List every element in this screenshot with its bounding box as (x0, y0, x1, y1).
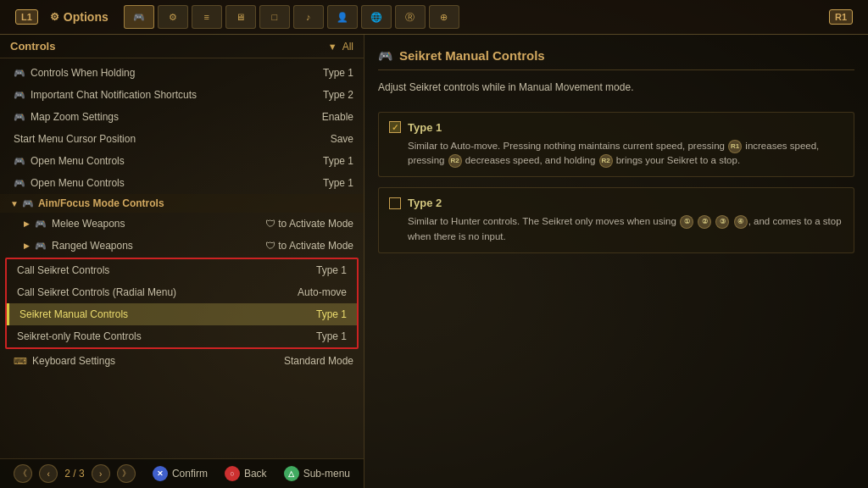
setting-row[interactable]: Start Menu Cursor Position Save (0, 128, 364, 150)
type1-card[interactable]: Type 1 Similar to Auto-move. Pressing no… (378, 112, 854, 178)
tab-9[interactable]: Ⓡ (395, 5, 426, 29)
keyboard-icon: ⌨ (14, 356, 27, 367)
setting-row[interactable]: 🎮 Map Zoom Settings Enable (0, 106, 364, 128)
tab-5[interactable]: □ (259, 5, 290, 29)
page-current: 2 (64, 468, 70, 480)
call-seikret-radial-row[interactable]: Call Seikret Controls (Radial Menu) Auto… (7, 281, 357, 303)
prev-page-btn2[interactable]: ‹ (39, 464, 58, 483)
type1-checkbox[interactable] (389, 121, 401, 133)
setting-value: Type 1 (323, 177, 353, 189)
setting-value: Type 1 (323, 67, 353, 79)
setting-value: Type 1 (316, 264, 347, 276)
setting-label: Call Seikret Controls (17, 264, 109, 276)
submenu-label: Sub-menu (303, 468, 350, 480)
l1-nav-label[interactable]: L1 (10, 5, 43, 29)
setting-value: 🛡 to Activate Mode (265, 240, 353, 252)
page-indicator: 《 ‹ 2 / 3 › 》 (14, 464, 135, 483)
options-title: Options (50, 10, 108, 24)
tab-3[interactable]: ≡ (192, 5, 222, 29)
tab-6[interactable]: ♪ (293, 5, 324, 29)
tab-7[interactable]: 👤 (327, 5, 358, 29)
seikret-route-row[interactable]: Seikret-only Route Controls Type 1 (7, 325, 357, 347)
setting-label: Seikret-only Route Controls (17, 330, 142, 342)
setting-value: 🛡 to Activate Mode (265, 218, 353, 230)
type1-label: Type 1 (408, 121, 442, 134)
x-button-icon: ✕ (153, 466, 168, 481)
seikret-manual-controls-row[interactable]: Seikret Manual Controls Type 1 (7, 303, 357, 325)
r2-hold-icon: R2 (599, 154, 613, 168)
back-action[interactable]: ○ Back (225, 466, 267, 481)
section-title: Controls (10, 40, 55, 53)
setting-name: 🎮 Open Menu Controls (14, 177, 125, 189)
type2-body: Similar to Hunter controls. The Seikret … (389, 214, 843, 244)
setting-icon: 🎮 (22, 198, 34, 209)
seikret-controls-group: Call Seikret Controls Type 1 Call Seikre… (5, 258, 359, 349)
r1-badge[interactable]: R1 (829, 9, 853, 25)
l1-badge[interactable]: L1 (15, 9, 38, 25)
setting-icon: 🎮 (14, 156, 25, 167)
setting-label: Map Zoom Settings (31, 111, 119, 123)
setting-name: Call Seikret Controls (Radial Menu) (17, 286, 176, 298)
setting-label: Open Menu Controls (31, 155, 125, 167)
setting-label: Ranged Weapons (52, 240, 133, 252)
btn4-icon: ④ (734, 215, 748, 229)
aim-focus-section[interactable]: ▼ 🎮 Aim/Focus Mode Controls (0, 194, 364, 213)
melee-weapons-row[interactable]: ▶ 🎮 Melee Weapons 🛡 to Activate Mode (0, 213, 364, 235)
setting-label: Controls When Holding (31, 67, 135, 79)
tab-2[interactable]: ⚙ (158, 5, 188, 29)
right-panel: 🎮 Seikret Manual Controls Adjust Seikret… (364, 35, 868, 488)
confirm-action[interactable]: ✕ Confirm (153, 466, 208, 481)
next-page-btn[interactable]: › (92, 464, 110, 483)
left-panel: Controls ▼ All 🎮 Controls When Holding T… (0, 35, 364, 488)
type2-checkbox[interactable] (389, 197, 401, 209)
page-sep: / (73, 468, 79, 480)
setting-name: Start Menu Cursor Position (14, 133, 136, 145)
keyboard-settings-row[interactable]: ⌨ Keyboard Settings Standard Mode (0, 350, 364, 372)
type2-card[interactable]: Type 2 Similar to Hunter controls. The S… (378, 187, 854, 253)
btn2-icon: ② (698, 215, 711, 229)
setting-name: Seikret Manual Controls (19, 308, 128, 320)
setting-label: Seikret Manual Controls (19, 308, 128, 320)
setting-name: ⌨ Keyboard Settings (14, 355, 115, 367)
filter-area[interactable]: ▼ All (328, 41, 353, 53)
page-total: 3 (79, 468, 85, 480)
setting-value: Type 1 (316, 308, 347, 320)
setting-name: 🎮 Map Zoom Settings (14, 111, 119, 123)
tab-4[interactable]: 🖥 (225, 5, 256, 29)
type2-label: Type 2 (408, 197, 442, 209)
r1-inline-icon: R1 (728, 140, 742, 153)
submenu-action[interactable]: △ Sub-menu (284, 466, 350, 481)
setting-row[interactable]: 🎮 Controls When Holding Type 1 (0, 62, 364, 84)
setting-name: Call Seikret Controls (17, 264, 109, 276)
filter-label: All (342, 41, 353, 53)
type2-header: Type 2 (389, 197, 843, 209)
tab-10[interactable]: ⊕ (429, 5, 459, 29)
setting-row[interactable]: 🎮 Open Menu Controls Type 1 (0, 172, 364, 194)
setting-row[interactable]: 🎮 Open Menu Controls Type 1 (0, 150, 364, 172)
setting-label: Keyboard Settings (32, 355, 115, 367)
r1-nav-label[interactable]: R1 (824, 5, 858, 29)
setting-row[interactable]: 🎮 Important Chat Notification Shortcuts … (0, 84, 364, 106)
btn1-icon: ① (680, 215, 693, 229)
aim-focus-label: Aim/Focus Mode Controls (38, 197, 164, 209)
setting-name: ▶ 🎮 Ranged Weapons (24, 240, 133, 252)
setting-name: Seikret-only Route Controls (17, 330, 142, 342)
tab-8[interactable]: 🌐 (361, 5, 392, 29)
triangle-button-icon: △ (284, 466, 299, 481)
prev-page-btn[interactable]: 《 (14, 464, 32, 483)
setting-label: Important Chat Notification Shortcuts (31, 89, 197, 101)
top-nav: L1 Options 🎮 ⚙ ≡ 🖥 □ ♪ 👤 🌐 Ⓡ ⊕ R1 (0, 0, 868, 35)
setting-name: 🎮 Controls When Holding (14, 67, 135, 79)
ranged-weapons-row[interactable]: ▶ 🎮 Ranged Weapons 🛡 to Activate Mode (0, 235, 364, 257)
confirm-label: Confirm (172, 468, 208, 480)
type1-body: Similar to Auto-move. Pressing nothing m… (389, 139, 843, 169)
back-label: Back (244, 468, 267, 480)
tab-controls[interactable]: 🎮 (124, 5, 154, 29)
setting-name: 🎮 Open Menu Controls (14, 155, 125, 167)
page-info: 2 / 3 (64, 468, 84, 480)
settings-list: 🎮 Controls When Holding Type 1 🎮 Importa… (0, 58, 364, 458)
setting-name: 🎮 Important Chat Notification Shortcuts (14, 89, 197, 101)
call-seikret-row[interactable]: Call Seikret Controls Type 1 (7, 259, 357, 281)
content-area: Controls ▼ All 🎮 Controls When Holding T… (0, 35, 868, 488)
next-page-btn2[interactable]: 》 (117, 464, 136, 483)
